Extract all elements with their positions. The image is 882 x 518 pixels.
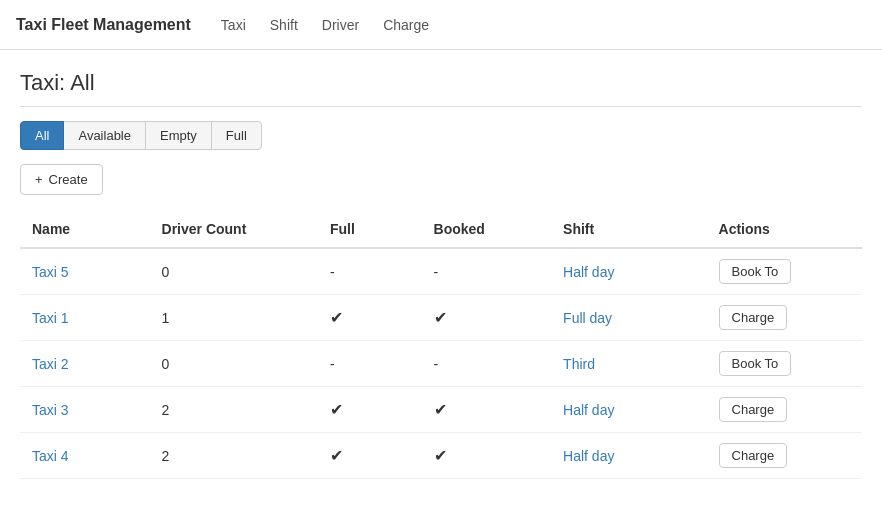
nav-taxi[interactable]: Taxi (221, 17, 246, 33)
cell-shift: Third (551, 341, 706, 387)
cell-booked: - (422, 341, 552, 387)
check-icon: ✔ (434, 401, 447, 418)
charge-button[interactable]: Charge (719, 305, 788, 330)
filter-tabs: All Available Empty Full (20, 121, 862, 150)
cell-full: ✔ (318, 387, 422, 433)
cell-shift: Half day (551, 248, 706, 295)
nav-shift[interactable]: Shift (270, 17, 298, 33)
cell-shift: Half day (551, 387, 706, 433)
shift-link[interactable]: Half day (563, 264, 614, 280)
cell-name: Taxi 4 (20, 433, 150, 479)
cell-driver-count: 1 (150, 295, 318, 341)
col-header-shift: Shift (551, 211, 706, 248)
check-icon: ✔ (330, 447, 343, 464)
tab-available[interactable]: Available (63, 121, 146, 150)
cell-actions: Book To (707, 248, 862, 295)
tab-full[interactable]: Full (211, 121, 262, 150)
cell-actions: Book To (707, 341, 862, 387)
table-body: Taxi 50--Half dayBook ToTaxi 11✔✔Full da… (20, 248, 862, 479)
cell-booked: ✔ (422, 295, 552, 341)
taxi-table: Name Driver Count Full Booked Shift Acti… (20, 211, 862, 479)
page-title: Taxi: All (20, 70, 862, 107)
navbar: Taxi Fleet Management Taxi Shift Driver … (0, 0, 882, 50)
cell-driver-count: 2 (150, 387, 318, 433)
cell-shift: Half day (551, 433, 706, 479)
cell-full: - (318, 341, 422, 387)
cell-full: - (318, 248, 422, 295)
col-header-driver-count: Driver Count (150, 211, 318, 248)
book-to-button[interactable]: Book To (719, 259, 792, 284)
shift-link[interactable]: Half day (563, 402, 614, 418)
check-icon: ✔ (330, 401, 343, 418)
col-header-full: Full (318, 211, 422, 248)
cell-driver-count: 0 (150, 341, 318, 387)
cell-actions: Charge (707, 433, 862, 479)
taxi-name-link[interactable]: Taxi 4 (32, 448, 69, 464)
table-header-row: Name Driver Count Full Booked Shift Acti… (20, 211, 862, 248)
cell-booked: - (422, 248, 552, 295)
table-row: Taxi 11✔✔Full dayCharge (20, 295, 862, 341)
table-row: Taxi 32✔✔Half dayCharge (20, 387, 862, 433)
tab-all[interactable]: All (20, 121, 64, 150)
table-row: Taxi 50--Half dayBook To (20, 248, 862, 295)
create-button[interactable]: + Create (20, 164, 103, 195)
page-content: Taxi: All All Available Empty Full + Cre… (0, 50, 882, 499)
charge-button[interactable]: Charge (719, 443, 788, 468)
cell-actions: Charge (707, 387, 862, 433)
col-header-actions: Actions (707, 211, 862, 248)
col-header-name: Name (20, 211, 150, 248)
nav-links: Taxi Shift Driver Charge (221, 17, 429, 33)
book-to-button[interactable]: Book To (719, 351, 792, 376)
nav-driver[interactable]: Driver (322, 17, 359, 33)
plus-icon: + (35, 172, 43, 187)
taxi-name-link[interactable]: Taxi 5 (32, 264, 69, 280)
cell-full: ✔ (318, 433, 422, 479)
shift-link[interactable]: Full day (563, 310, 612, 326)
taxi-name-link[interactable]: Taxi 1 (32, 310, 69, 326)
cell-driver-count: 0 (150, 248, 318, 295)
cell-actions: Charge (707, 295, 862, 341)
taxi-name-link[interactable]: Taxi 3 (32, 402, 69, 418)
cell-name: Taxi 2 (20, 341, 150, 387)
check-icon: ✔ (434, 447, 447, 464)
check-icon: ✔ (330, 309, 343, 326)
cell-name: Taxi 3 (20, 387, 150, 433)
cell-booked: ✔ (422, 433, 552, 479)
cell-driver-count: 2 (150, 433, 318, 479)
nav-charge[interactable]: Charge (383, 17, 429, 33)
cell-full: ✔ (318, 295, 422, 341)
col-header-booked: Booked (422, 211, 552, 248)
charge-button[interactable]: Charge (719, 397, 788, 422)
create-label: Create (49, 172, 88, 187)
tab-empty[interactable]: Empty (145, 121, 212, 150)
table-row: Taxi 42✔✔Half dayCharge (20, 433, 862, 479)
check-icon: ✔ (434, 309, 447, 326)
cell-booked: ✔ (422, 387, 552, 433)
cell-name: Taxi 5 (20, 248, 150, 295)
shift-link[interactable]: Half day (563, 448, 614, 464)
shift-link[interactable]: Third (563, 356, 595, 372)
app-brand: Taxi Fleet Management (16, 16, 191, 34)
table-row: Taxi 20--ThirdBook To (20, 341, 862, 387)
cell-name: Taxi 1 (20, 295, 150, 341)
taxi-name-link[interactable]: Taxi 2 (32, 356, 69, 372)
cell-shift: Full day (551, 295, 706, 341)
